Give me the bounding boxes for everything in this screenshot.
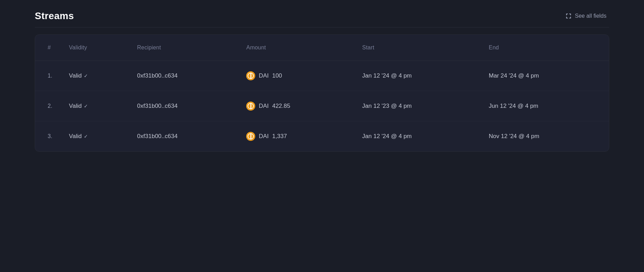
cell-recipient-1: 0xf31b00..c634 <box>129 91 238 121</box>
streams-table: # Validity Recipient Amount Start End 1.… <box>35 35 609 151</box>
start-date-0: Jan 12 '24 @ 4 pm <box>362 72 412 79</box>
cell-validity-2: Valid ✓ <box>61 121 129 152</box>
col-recipient: Recipient <box>129 35 238 61</box>
streams-table-container: # Validity Recipient Amount Start End 1.… <box>35 34 609 152</box>
cell-end-2: Nov 12 '24 @ 4 pm <box>481 121 609 152</box>
expand-icon <box>565 13 572 19</box>
header: Streams See all fields <box>35 10 609 27</box>
check-icon-0: ✓ <box>84 73 88 79</box>
col-amount: Amount <box>238 35 354 61</box>
row-number-0: 1. <box>48 73 52 79</box>
cell-end-1: Jun 12 '24 @ 4 pm <box>481 91 609 121</box>
amount-value-2: 1,337 <box>272 133 287 140</box>
cell-recipient-0: 0xf31b00..c634 <box>129 61 238 91</box>
see-all-fields-button[interactable]: See all fields <box>562 11 609 21</box>
dai-icon-2 <box>246 132 255 141</box>
row-number-2: 3. <box>48 133 52 139</box>
cell-number-1: 2. <box>35 91 61 121</box>
recipient-address-2: 0xf31b00..c634 <box>137 133 177 139</box>
start-date-2: Jan 12 '24 @ 4 pm <box>362 133 412 139</box>
cell-recipient-2: 0xf31b00..c634 <box>129 121 238 152</box>
page-title: Streams <box>35 10 74 22</box>
table-header: # Validity Recipient Amount Start End <box>35 35 609 61</box>
cell-amount-0: DAI 100 <box>238 61 354 91</box>
page-container: Streams See all fields # Validity Recipi… <box>0 0 644 152</box>
cell-start-1: Jan 12 '23 @ 4 pm <box>354 91 481 121</box>
token-label-1: DAI <box>259 103 268 110</box>
recipient-address-0: 0xf31b00..c634 <box>137 72 177 79</box>
recipient-address-1: 0xf31b00..c634 <box>137 103 177 109</box>
cell-start-2: Jan 12 '24 @ 4 pm <box>354 121 481 152</box>
cell-number-2: 3. <box>35 121 61 152</box>
check-icon-1: ✓ <box>84 103 88 109</box>
validity-text-1: Valid <box>69 103 82 110</box>
col-end: End <box>481 35 609 61</box>
validity-cell-2: Valid ✓ <box>69 133 120 140</box>
cell-end-0: Mar 24 '24 @ 4 pm <box>481 61 609 91</box>
amount-value-1: 422.85 <box>272 103 290 110</box>
col-start: Start <box>354 35 481 61</box>
validity-cell-0: Valid ✓ <box>69 72 120 79</box>
table-row: 3. Valid ✓ 0xf31b00..c634 DAI 1,337 Jan … <box>35 121 609 152</box>
validity-text-2: Valid <box>69 133 82 140</box>
col-validity: Validity <box>61 35 129 61</box>
check-icon-2: ✓ <box>84 134 88 139</box>
amount-cell-0: DAI 100 <box>246 71 345 80</box>
validity-text-0: Valid <box>69 72 82 79</box>
amount-value-0: 100 <box>272 72 282 79</box>
end-date-2: Nov 12 '24 @ 4 pm <box>489 133 539 139</box>
table-row: 2. Valid ✓ 0xf31b00..c634 DAI 422.85 Jan <box>35 91 609 121</box>
token-label-2: DAI <box>259 133 268 140</box>
dai-icon-1 <box>246 102 255 111</box>
cell-validity-0: Valid ✓ <box>61 61 129 91</box>
header-row: # Validity Recipient Amount Start End <box>35 35 609 61</box>
dai-icon-0 <box>246 71 255 80</box>
start-date-1: Jan 12 '23 @ 4 pm <box>362 103 412 109</box>
cell-start-0: Jan 12 '24 @ 4 pm <box>354 61 481 91</box>
cell-validity-1: Valid ✓ <box>61 91 129 121</box>
end-date-1: Jun 12 '24 @ 4 pm <box>489 103 538 109</box>
end-date-0: Mar 24 '24 @ 4 pm <box>489 72 539 79</box>
col-number: # <box>35 35 61 61</box>
validity-cell-1: Valid ✓ <box>69 103 120 110</box>
cell-amount-1: DAI 422.85 <box>238 91 354 121</box>
token-label-0: DAI <box>259 72 268 79</box>
amount-cell-1: DAI 422.85 <box>246 102 345 111</box>
table-row: 1. Valid ✓ 0xf31b00..c634 DAI 100 Jan 12 <box>35 61 609 91</box>
table-body: 1. Valid ✓ 0xf31b00..c634 DAI 100 Jan 12 <box>35 61 609 152</box>
amount-cell-2: DAI 1,337 <box>246 132 345 141</box>
cell-amount-2: DAI 1,337 <box>238 121 354 152</box>
cell-number-0: 1. <box>35 61 61 91</box>
row-number-1: 2. <box>48 103 52 109</box>
